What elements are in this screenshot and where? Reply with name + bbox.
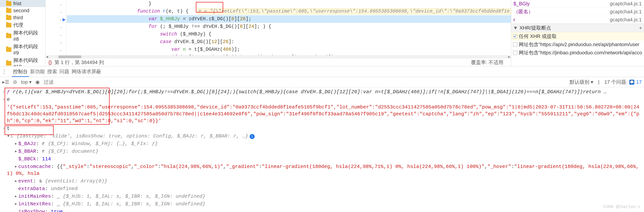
file-tree-item[interactable]: 代理: [0, 21, 45, 29]
console-row[interactable]: ▸initMainRes: _ {$_HJb: 1, $_IAL: s, $_I…: [0, 192, 644, 200]
folder-icon: [6, 47, 12, 52]
console-row[interactable]: ▸$_BBAR: r {$_CFj: document}: [0, 148, 644, 155]
debugger-sidebar: $_BGlygcaptcha4.js:1（匿名）gcaptcha4.js:1rg…: [511, 0, 644, 66]
horizontal-scrollbar[interactable]: ◀ ▶: [46, 55, 511, 59]
callstack-frame[interactable]: （匿名）gcaptcha4.js:1: [511, 8, 644, 16]
toggle-sidebar-icon[interactable]: ▸☰: [2, 79, 9, 85]
issue-icon: 💬: [629, 80, 634, 85]
file-label: second: [13, 8, 29, 14]
code-line[interactable]: if (!n[$_DGAHz(747)] || $_DGAIj(126) ===…: [67, 53, 511, 55]
folder-icon: [6, 34, 12, 38]
xhr-breakpoint-row[interactable]: 网址包含"https://apiv2.pinduoduo.net/api/pha…: [511, 40, 644, 49]
file-tree-item[interactable]: 脚本代码段 #9: [0, 43, 45, 56]
xhr-breakpoint-row[interactable]: 任何 XHR 或提取: [511, 32, 644, 40]
console-row[interactable]: ▾C {lastType: 'slide', isBoxShow: true, …: [0, 132, 644, 140]
console-row[interactable]: ‹ƒ r(e,t){var $_HHBJy=dYvEH.$_DG()[0][26…: [0, 88, 644, 96]
file-tree-item[interactable]: frist: [0, 0, 45, 7]
file-label: 脚本代码段 #9: [13, 43, 44, 56]
console-row[interactable]: isBoxShow: true: [0, 208, 644, 212]
drawer-tab[interactable]: 搜索: [46, 67, 58, 76]
scroll-thumb[interactable]: [58, 55, 81, 58]
checkbox[interactable]: [513, 34, 517, 39]
breakpoint-arrow-icon: ▶: [62, 16, 66, 24]
source-panel: ---▶----- } function r(e, t) { e = "{\"s…: [46, 0, 511, 66]
file-label: 脚本代码段 #10: [13, 57, 44, 66]
console-row[interactable]: ▸$_BAJz: r {$_CFj: Window, $_FHj: {…}, $…: [0, 140, 644, 148]
callstack-frame[interactable]: rgcaptcha4.js:1: [511, 16, 644, 24]
file-label: third: [13, 15, 23, 21]
code-line[interactable]: var $_HHBJy = ▯dYvEH.▯$_DG()[0][26];: [67, 15, 511, 23]
folder-icon: [6, 23, 12, 28]
clear-console-icon[interactable]: ⊘: [13, 79, 17, 85]
console-row[interactable]: ▸customcache: {{"_style":"stereoscopic",…: [0, 163, 644, 177]
folder-icon: [6, 1, 12, 6]
live-expression-icon[interactable]: ◉: [36, 79, 40, 85]
console-row[interactable]: $_BBCk: 114: [0, 155, 644, 163]
console-row[interactable]: ›t: [0, 125, 644, 132]
breakpoint-label: 任何 XHR 或提取: [519, 33, 557, 40]
file-tree-item[interactable]: second: [0, 7, 45, 14]
drawer-menu-icon[interactable]: ⋮: [2, 68, 7, 75]
code-line[interactable]: case dYvEH.$_DG()[12][26]:: [67, 38, 511, 46]
editor-status: {} 第 1 行，第 384494 列 覆盖率: 不适用: [46, 59, 511, 66]
checkbox[interactable]: [513, 43, 517, 47]
code-line[interactable]: }: [67, 0, 511, 8]
code-line[interactable]: function r(e, t) { e = "{\"setLeft\":153…: [67, 8, 511, 15]
file-label: 代理: [13, 22, 23, 28]
file-label: 脚本代码段 #8: [13, 30, 44, 42]
issues-counter[interactable]: 17 个问题: 💬 17: [604, 79, 642, 85]
checkbox[interactable]: [513, 51, 517, 55]
drawer-tab[interactable]: 新功能: [29, 67, 46, 76]
file-tree-item[interactable]: 脚本代码段 #10: [0, 56, 45, 66]
code-editor[interactable]: ---▶----- } function r(e, t) { e = "{\"s…: [46, 0, 511, 55]
callstack-frame[interactable]: $_BGlygcaptcha4.js:1: [511, 0, 644, 8]
watermark: CSDN @Charles-L: [603, 204, 641, 210]
coverage-label: 覆盖率: 不适用: [471, 59, 503, 66]
folder-icon: [6, 61, 12, 66]
console-row[interactable]: ▸event: s {eventList: Array(0)}: [0, 177, 644, 185]
add-breakpoint-icon[interactable]: +: [639, 25, 642, 31]
pretty-print-icon[interactable]: {}: [48, 59, 52, 65]
code-line[interactable]: for (; $_HHBJy !== dYvEH.$_DG()[8][24]; …: [67, 23, 511, 31]
console-row[interactable]: extraData: undefined: [0, 185, 644, 192]
file-label: frist: [13, 1, 21, 7]
cursor-position: 第 1 行，第 384494 列: [54, 59, 104, 66]
folder-icon: [6, 16, 12, 20]
code-line[interactable]: switch ($_HHBJy) {: [67, 31, 511, 38]
breakpoint-label: 网址包含"https://jinbao.pinduoduo.com/networ…: [519, 49, 642, 56]
breakpoint-label: 网址包含"https://apiv2.pinduoduo.net/api/pha…: [519, 41, 640, 48]
file-tree[interactable]: fristsecondthird代理脚本代码段 #8脚本代码段 #9脚本代码段 …: [0, 0, 46, 66]
console-row[interactable]: '{"setLeft":153,"passtime":605,"userresp…: [0, 103, 644, 125]
drawer-tabs: ⋮ 控制台新功能搜索问题网络请求屏蔽: [0, 66, 644, 77]
console-toolbar: ▸☰ ⊘ top ▾ ◉ 默认级别 ▾ | 17 个问题: 💬 17: [0, 77, 644, 87]
log-level-selector[interactable]: 默认级别 ▾: [570, 79, 593, 85]
console-row[interactable]: ›e: [0, 96, 644, 103]
drawer-tab[interactable]: 网络请求屏蔽: [70, 67, 102, 76]
code-line[interactable]: var n = t[$_DGAHz(466)];: [67, 46, 511, 53]
context-selector[interactable]: top ▾: [21, 79, 32, 85]
console-output[interactable]: CSDN @Charles-L ‹ƒ r(e,t){var $_HHBJy=dY…: [0, 87, 644, 212]
console-row[interactable]: ▸initNextRes: _ {$_HJb: 1, $_IAL: s, $_I…: [0, 200, 644, 208]
folder-icon: [6, 8, 12, 13]
console-filter-input[interactable]: [44, 79, 566, 85]
drawer-tab[interactable]: 问题: [58, 67, 70, 76]
file-tree-item[interactable]: third: [0, 14, 45, 21]
gutter: ---▶-----: [46, 0, 66, 55]
file-tree-item[interactable]: 脚本代码段 #8: [0, 29, 45, 43]
xhr-breakpoint-row[interactable]: 网址包含"https://jinbao.pinduoduo.com/networ…: [511, 49, 644, 57]
xhr-breakpoints-header[interactable]: ▼XHR/提取断点+: [511, 24, 644, 32]
info-icon[interactable]: i: [250, 134, 255, 139]
drawer-tab[interactable]: 控制台: [12, 67, 29, 77]
